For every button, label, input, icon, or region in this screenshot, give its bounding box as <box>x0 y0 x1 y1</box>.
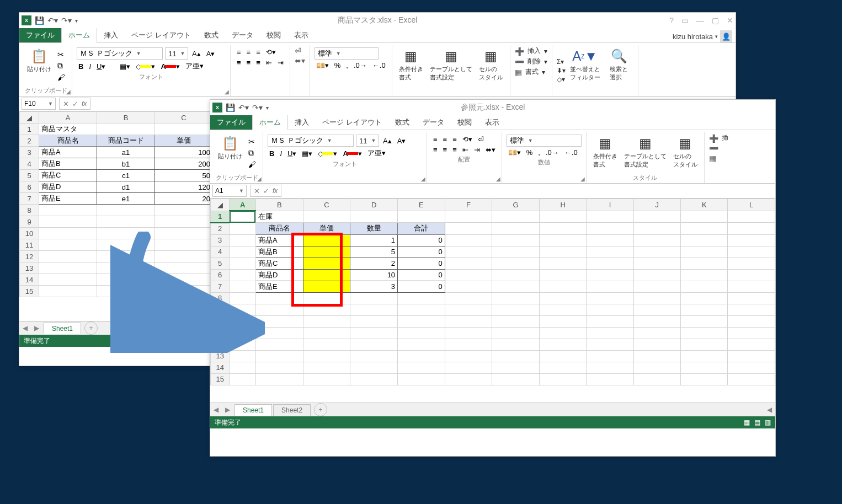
cell[interactable] <box>539 223 587 235</box>
cell[interactable] <box>97 228 155 239</box>
find-select-button[interactable]: 🔍検索と 選択 <box>605 46 633 95</box>
format-cells-button[interactable]: ▦書式▾ <box>515 67 547 77</box>
row-header[interactable]: 13 <box>20 262 39 274</box>
cell[interactable] <box>303 246 350 258</box>
insert-cells-button[interactable]: ➕挿 <box>709 133 728 143</box>
cell[interactable]: 商品マスタ <box>39 124 97 135</box>
cell[interactable] <box>97 239 155 251</box>
sheet-tab[interactable]: Sheet2 <box>273 404 311 416</box>
sheet-tab[interactable]: Sheet1 <box>235 404 272 416</box>
row-header[interactable]: 2 <box>20 135 39 147</box>
col-header[interactable]: E <box>398 199 445 211</box>
cell[interactable] <box>445 292 492 304</box>
comma-icon[interactable]: , <box>536 148 542 157</box>
cell-style-button[interactable]: ▦セルの スタイル <box>477 46 505 95</box>
cell[interactable]: 商品E <box>39 193 97 205</box>
cell[interactable] <box>587 339 633 350</box>
cell[interactable]: 在庫 <box>255 211 303 223</box>
cell[interactable] <box>680 304 727 315</box>
cell[interactable] <box>680 246 727 258</box>
cell[interactable] <box>633 258 680 269</box>
row-header[interactable]: 15 <box>211 373 230 385</box>
cell[interactable] <box>445 362 492 373</box>
cell[interactable] <box>398 292 445 304</box>
row-header[interactable]: 6 <box>20 181 39 193</box>
underline-button[interactable]: U▾ <box>95 62 107 71</box>
sheet-tab[interactable]: Sheet1 <box>44 323 81 334</box>
indent-inc-icon[interactable]: ⇥ <box>276 58 285 67</box>
cell[interactable]: 20 <box>155 193 213 205</box>
cell[interactable] <box>255 339 303 350</box>
indent-dec-icon[interactable]: ⇤ <box>264 58 274 67</box>
cancel-icon[interactable]: ✕ <box>254 187 260 195</box>
cell[interactable] <box>97 205 155 216</box>
cell[interactable] <box>680 373 727 385</box>
cell[interactable] <box>587 258 633 269</box>
redo-icon[interactable]: ↷▾ <box>61 16 72 25</box>
cell[interactable]: 0 <box>398 281 445 292</box>
cell[interactable] <box>728 246 775 258</box>
cell[interactable] <box>230 246 255 258</box>
tab-nav-prev-icon[interactable]: ◀ <box>19 324 31 332</box>
cell[interactable] <box>350 362 398 373</box>
tab-pagelayout[interactable]: ページ レイアウト <box>125 28 198 42</box>
cell[interactable]: 商品B <box>255 246 303 258</box>
cell[interactable] <box>633 362 680 373</box>
insert-cells-button[interactable]: ➕挿入▾ <box>515 46 547 56</box>
currency-icon[interactable]: 💴▾ <box>507 148 523 157</box>
cell[interactable] <box>445 327 492 339</box>
wrap-text-icon[interactable]: ⏎ <box>476 135 486 144</box>
cell[interactable] <box>680 292 727 304</box>
format-painter-icon[interactable]: 🖌 <box>247 159 258 169</box>
phonetic-button[interactable]: ア亜▾ <box>366 148 387 159</box>
row-header[interactable]: 8 <box>211 292 230 304</box>
increase-font-icon[interactable]: A▴ <box>190 49 202 58</box>
cell[interactable] <box>680 339 727 350</box>
select-all[interactable]: ◢ <box>20 112 39 124</box>
valign-mid-icon[interactable]: ≡ <box>441 135 449 144</box>
col-header[interactable]: G <box>492 199 540 211</box>
dialog-launcher-icon[interactable]: ◢ <box>225 89 229 95</box>
cell[interactable] <box>633 350 680 362</box>
cell[interactable] <box>303 258 350 269</box>
worksheet-grid[interactable]: ◢ A B C D E F G H I J K L 1 在庫 2 商品名 <box>210 199 775 403</box>
fill-color-button[interactable]: ◇▾ <box>134 62 157 71</box>
row-header[interactable]: 14 <box>211 362 230 373</box>
cell[interactable] <box>398 304 445 315</box>
cell[interactable] <box>587 304 633 315</box>
cell[interactable] <box>445 234 492 246</box>
cell[interactable] <box>539 362 587 373</box>
cell[interactable] <box>230 258 255 269</box>
cell[interactable] <box>633 315 680 327</box>
col-header[interactable]: H <box>539 199 587 211</box>
number-format-combo[interactable]: 標準▼ <box>315 47 379 60</box>
valign-mid-icon[interactable]: ≡ <box>245 47 253 57</box>
cell[interactable] <box>587 269 633 281</box>
cell[interactable] <box>492 234 540 246</box>
cell[interactable]: 単価 <box>303 223 350 235</box>
paste-button[interactable]: 📋貼り付け <box>216 133 244 173</box>
cell[interactable]: 商品C <box>255 258 303 269</box>
cell[interactable] <box>492 269 540 281</box>
cell[interactable] <box>255 304 303 315</box>
col-header[interactable]: K <box>680 199 727 211</box>
scroll-left-icon[interactable]: ◀ <box>767 406 772 414</box>
row-header[interactable]: 5 <box>20 170 39 181</box>
cell[interactable]: 0 <box>398 234 445 246</box>
delete-cells-button[interactable]: ➖ <box>709 144 728 153</box>
cell[interactable]: 合計 <box>398 223 445 235</box>
col-header[interactable]: C <box>303 199 350 211</box>
dec-decimal-icon[interactable]: ←.0 <box>371 61 387 70</box>
cut-icon[interactable]: ✂ <box>247 137 258 147</box>
col-header[interactable]: C <box>155 112 213 124</box>
tab-view[interactable]: 表示 <box>478 115 506 130</box>
cell[interactable] <box>728 258 775 269</box>
cell[interactable] <box>728 327 775 339</box>
cell[interactable]: a1 <box>97 147 155 158</box>
currency-icon[interactable]: 💴▾ <box>315 61 331 70</box>
cell[interactable] <box>255 373 303 385</box>
cell[interactable] <box>350 373 398 385</box>
cell[interactable] <box>303 362 350 373</box>
cell[interactable] <box>539 339 587 350</box>
dialog-launcher-icon[interactable]: ◢ <box>66 89 71 95</box>
